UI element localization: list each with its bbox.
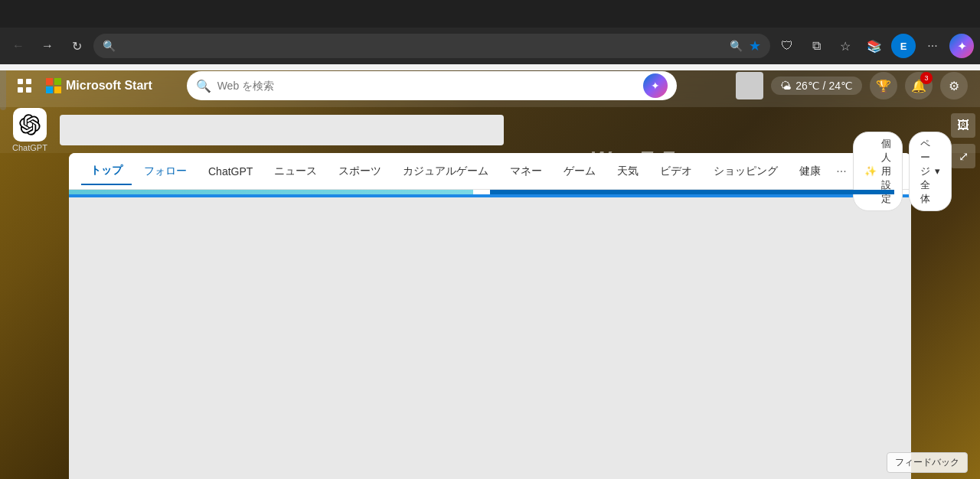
weather-temp: 26℃ / 24℃ — [795, 80, 853, 92]
favorite-icon[interactable]: ★ — [749, 37, 761, 54]
refresh-button[interactable]: ↻ — [64, 34, 89, 58]
tab-follow[interactable]: フォロー — [135, 158, 196, 184]
tab-chatgpt[interactable]: ChatGPT — [199, 159, 262, 184]
grid-menu-button[interactable] — [12, 73, 37, 98]
photo-icon: 🖼 — [957, 119, 969, 132]
address-bar[interactable]: 🔍 🔍 ★ — [93, 34, 770, 58]
tab-bar — [0, 0, 980, 28]
copilot-button[interactable]: ✦ — [949, 34, 974, 58]
msstart-header: Microsoft Start 🔍 ✦ 🌤 26℃ / 24℃ 🏆 🔔 3 — [0, 64, 980, 107]
header-right: 🌤 26℃ / 24℃ 🏆 🔔 3 ⚙ — [736, 72, 968, 99]
loading-bars — [69, 190, 911, 194]
collections-button[interactable]: 📚 — [862, 34, 887, 58]
notification-badge: 3 — [920, 72, 933, 84]
expand-icon: ⤢ — [959, 149, 969, 164]
chatgpt-banner — [60, 115, 504, 145]
back-button[interactable]: ← — [6, 34, 31, 58]
avatar[interactable] — [736, 72, 763, 99]
tab-top[interactable]: トップ — [81, 158, 132, 185]
svg-rect-3 — [26, 87, 31, 93]
search-icon: 🔍 — [103, 40, 116, 52]
svg-rect-1 — [26, 79, 31, 84]
tab-more[interactable]: ··· — [833, 158, 849, 184]
search-clear-icon: 🔍 — [730, 40, 743, 52]
tab-money[interactable]: マネー — [501, 158, 551, 184]
personalize-label: 個人用設定 — [881, 137, 891, 206]
svg-rect-4 — [46, 78, 53, 85]
tab-casual-games[interactable]: カジュアルゲーム — [394, 158, 498, 184]
expand-sidebar-button[interactable]: ⤢ — [951, 144, 975, 168]
tab-health[interactable]: 健康 — [790, 158, 830, 184]
notification-button[interactable]: 🔔 3 — [905, 72, 933, 99]
personalize-button[interactable]: ✨ 個人用設定 — [853, 132, 903, 211]
chatgpt-icon — [13, 108, 47, 142]
nav-tabs: トップ フォロー ChatGPT ニュース スポーツ カジュアルゲーム マネー … — [69, 153, 911, 190]
tab-news[interactable]: ニュース — [265, 158, 326, 184]
msstart-search-input[interactable] — [217, 80, 637, 92]
svg-rect-5 — [54, 78, 61, 85]
loading-bar-blue — [490, 190, 894, 194]
chevron-down-icon: ▾ — [935, 165, 940, 177]
weather-icon: 🌤 — [780, 80, 791, 92]
copilot-search-button[interactable]: ✦ — [643, 73, 668, 98]
browser-chrome: ← → ↻ 🔍 🔍 ★ 🛡 ⧉ ☆ 📚 E ··· ✦ — [0, 0, 980, 70]
trophy-icon: 🏆 — [876, 79, 891, 93]
right-sidebar: 🖼 ⤢ — [946, 107, 980, 174]
forward-button[interactable]: → — [35, 34, 60, 58]
settings-button[interactable]: ⚙ — [940, 72, 968, 99]
photo-sidebar-button[interactable]: 🖼 — [951, 113, 975, 138]
gear-icon: ⚙ — [949, 79, 959, 93]
more-button[interactable]: ··· — [920, 34, 945, 58]
tracking-protection-button[interactable]: 🛡 — [775, 34, 799, 58]
page-full-label: ページ全体 — [920, 137, 930, 206]
loading-bar-gap — [473, 190, 490, 194]
loading-bar-teal — [69, 190, 473, 194]
content-area — [69, 197, 911, 479]
weather-widget[interactable]: 🌤 26℃ / 24℃ — [771, 77, 862, 95]
tab-shopping[interactable]: ショッピング — [704, 158, 787, 184]
tab-sports[interactable]: スポーツ — [329, 158, 390, 184]
msstart-search-icon: 🔍 — [196, 79, 211, 93]
tab-games[interactable]: ゲーム — [554, 158, 605, 184]
tab-video[interactable]: ビデオ — [651, 158, 701, 184]
page-scrollbar[interactable] — [0, 64, 980, 70]
svg-rect-6 — [46, 86, 53, 93]
svg-rect-2 — [18, 87, 23, 93]
left-scrollbar[interactable] — [0, 64, 6, 110]
address-input[interactable] — [122, 40, 724, 52]
svg-rect-0 — [18, 79, 23, 84]
chatgpt-area: ChatGPT — [0, 107, 980, 153]
feedback-button[interactable]: フィードバック — [887, 452, 968, 473]
sparkle-icon: ✨ — [864, 165, 877, 177]
copilot-icon: ✦ — [651, 80, 660, 92]
profile-button[interactable]: E — [891, 34, 916, 58]
svg-rect-7 — [54, 86, 61, 93]
trophy-button[interactable]: 🏆 — [870, 72, 897, 99]
favorites-button[interactable]: ☆ — [833, 34, 858, 58]
msstart-page: Microsoft Start 🔍 ✦ 🌤 26℃ / 24℃ 🏆 🔔 3 — [0, 64, 980, 479]
page-full-button[interactable]: ページ全体 ▾ — [909, 132, 952, 211]
msstart-search[interactable]: 🔍 ✦ — [187, 71, 677, 100]
ms-logo-text: Microsoft Start — [66, 79, 152, 93]
tab-weather[interactable]: 天気 — [608, 158, 648, 184]
split-screen-button[interactable]: ⧉ — [804, 34, 828, 58]
nav-bar: ← → ↻ 🔍 🔍 ★ 🛡 ⧉ ☆ 📚 E ··· ✦ — [0, 28, 980, 64]
chatgpt-app[interactable]: ChatGPT — [12, 108, 47, 152]
ms-logo[interactable]: Microsoft Start — [46, 78, 152, 93]
main-content: トップ フォロー ChatGPT ニュース スポーツ カジュアルゲーム マネー … — [69, 153, 911, 479]
chatgpt-label: ChatGPT — [12, 143, 47, 152]
profile-icon: E — [900, 41, 907, 52]
tab-actions: ✨ 個人用設定 ページ全体 ▾ — [853, 132, 952, 211]
